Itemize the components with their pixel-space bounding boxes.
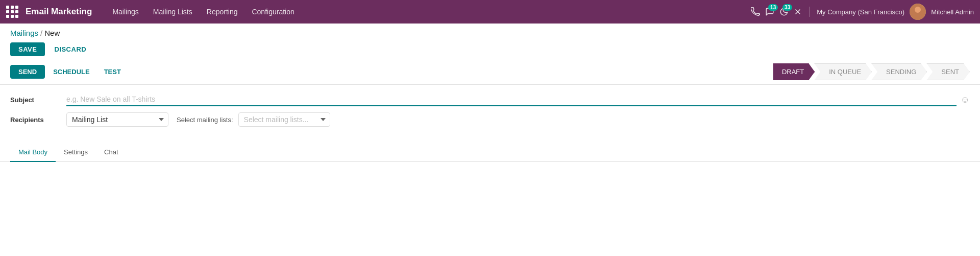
top-menu: Mailings Mailing Lists Reporting Configu… xyxy=(106,5,751,19)
topnav-right-area: 13 33 My Company (San Francisco) Mitchel… xyxy=(751,4,974,20)
nav-divider xyxy=(809,7,810,17)
recipients-row: Recipients Mailing List Select mailing l… xyxy=(10,112,970,127)
breadcrumb: Mailings / New xyxy=(0,24,980,40)
chat-badge: 13 xyxy=(768,4,778,11)
recipients-select[interactable]: Mailing List xyxy=(66,112,168,127)
subject-label: Subject xyxy=(10,96,66,104)
test-button[interactable]: TEST xyxy=(98,65,127,79)
activity-icon[interactable]: 33 xyxy=(779,7,789,16)
menu-mailing-lists[interactable]: Mailing Lists xyxy=(147,5,199,19)
app-brand: Email Marketing xyxy=(26,7,92,17)
send-button[interactable]: SEND xyxy=(10,65,45,79)
subject-input[interactable] xyxy=(66,93,957,106)
tab-settings[interactable]: Settings xyxy=(56,143,96,162)
chat-icon[interactable]: 13 xyxy=(765,7,774,16)
menu-mailings[interactable]: Mailings xyxy=(106,5,144,19)
menu-configuration[interactable]: Configuration xyxy=(246,5,300,19)
tabs-bar: Mail Body Settings Chat xyxy=(0,143,980,162)
subject-row: Subject ☺ xyxy=(10,93,970,106)
status-bar: SEND SCHEDULE TEST DRAFT IN QUEUE SENDIN… xyxy=(0,61,980,85)
breadcrumb-parent[interactable]: Mailings xyxy=(10,29,38,37)
schedule-button[interactable]: SCHEDULE xyxy=(47,65,96,79)
tab-chat[interactable]: Chat xyxy=(96,143,126,162)
breadcrumb-separator: / xyxy=(40,29,42,37)
mailing-lists-label: Select mailing lists: xyxy=(177,116,233,124)
phone-icon[interactable] xyxy=(751,7,760,16)
top-navigation: Email Marketing Mailings Mailing Lists R… xyxy=(0,0,980,24)
pipeline-step-sent[interactable]: SENT xyxy=(926,63,970,80)
form-area: Subject ☺ Recipients Mailing List Select… xyxy=(0,85,980,141)
content-area xyxy=(0,162,980,244)
action-bar: SAVE DISCARD xyxy=(0,40,980,61)
avatar[interactable] xyxy=(910,4,926,20)
close-icon[interactable] xyxy=(794,8,802,16)
username[interactable]: Mitchell Admin xyxy=(931,8,974,16)
menu-reporting[interactable]: Reporting xyxy=(201,5,244,19)
company-name[interactable]: My Company (San Francisco) xyxy=(817,8,904,16)
status-pipeline: DRAFT IN QUEUE SENDING SENT xyxy=(774,63,970,80)
mailing-lists-select[interactable]: Select mailing lists... xyxy=(238,112,330,127)
activity-badge: 33 xyxy=(782,4,792,11)
save-button[interactable]: SAVE xyxy=(10,42,45,56)
status-actions: SEND SCHEDULE TEST xyxy=(10,65,127,79)
emoji-icon[interactable]: ☺ xyxy=(961,95,970,105)
recipients-label: Recipients xyxy=(10,116,66,124)
pipeline-step-inqueue[interactable]: IN QUEUE xyxy=(814,63,872,80)
breadcrumb-current: New xyxy=(44,29,60,37)
discard-button[interactable]: DISCARD xyxy=(49,42,91,56)
svg-point-3 xyxy=(915,7,921,13)
tab-mail-body[interactable]: Mail Body xyxy=(10,143,56,162)
pipeline-step-draft[interactable]: DRAFT xyxy=(773,63,815,80)
app-switcher-icon[interactable] xyxy=(6,6,18,18)
pipeline-step-sending[interactable]: SENDING xyxy=(871,63,927,80)
